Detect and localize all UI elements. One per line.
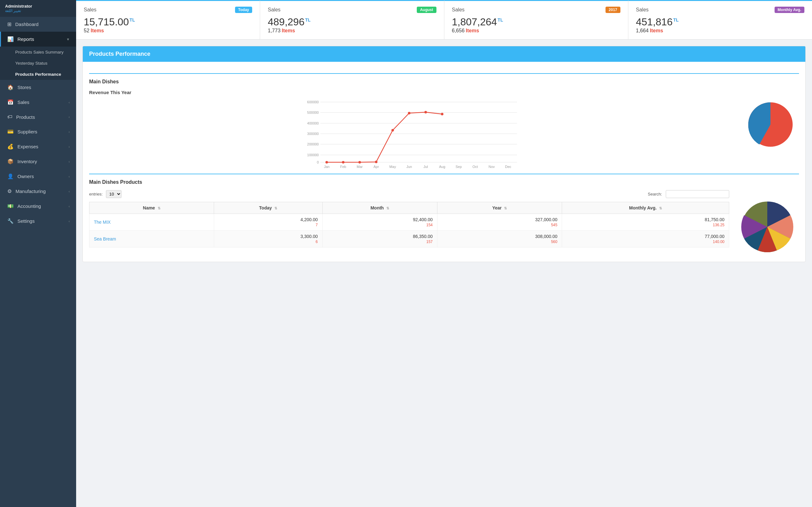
sidebar-item-sales[interactable]: 📅 Sales ‹ (0, 95, 76, 110)
sidebar-item-products-performance[interactable]: Products Performance (0, 69, 76, 80)
today-badge: Today (235, 7, 252, 13)
lang-switch[interactable]: تغيير اللغة (5, 9, 71, 13)
table-controls: entries: 10 25 50 Search: (89, 190, 729, 198)
sidebar-item-dashboard[interactable]: ⊞ Dashboard (0, 17, 76, 32)
svg-point-26 (325, 161, 328, 164)
currency-label: TL (130, 17, 135, 22)
sidebar-item-settings[interactable]: 🔧 Settings ‹ (0, 214, 76, 228)
sales-amount-monthly: 451,816TL (636, 16, 804, 28)
sort-icon[interactable]: ⇅ (504, 206, 507, 210)
sidebar-item-suppliers[interactable]: 💳 Suppliers ‹ (0, 124, 76, 139)
chart-row: Revenue This Year 600000 (89, 90, 799, 169)
settings-icon: 🔧 (7, 218, 14, 224)
sidebar-item-products[interactable]: 🏷 Products ‹ (0, 110, 76, 124)
svg-text:200000: 200000 (307, 142, 319, 146)
product-name-sea-bream[interactable]: Sea Bream (90, 231, 214, 247)
expenses-icon: 💰 (7, 144, 14, 150)
year-value: 327,000.00 545 (438, 214, 562, 231)
pie-chart-1-wrap (742, 90, 799, 150)
currency-label: TL (305, 17, 310, 22)
col-name: Name ⇅ (90, 202, 214, 214)
currency-label: TL (673, 17, 678, 22)
sort-icon[interactable]: ⇅ (158, 206, 160, 210)
inventory-icon: 📦 (7, 158, 14, 164)
svg-text:500000: 500000 (307, 111, 319, 114)
sidebar-item-inventory[interactable]: 📦 Inventory ‹ (0, 154, 76, 169)
sidebar-item-accounting[interactable]: 💵 Accounting ‹ (0, 199, 76, 214)
svg-point-31 (408, 112, 410, 114)
svg-text:Jun: Jun (406, 165, 412, 169)
monthly-avg-value: 81,750.00 136.25 (562, 214, 729, 231)
sales-card-today: Sales Today 15,715.00TL 52Items (76, 0, 260, 39)
sidebar-item-label: Sales (17, 100, 30, 105)
search-label: Search: (648, 192, 662, 196)
chevron-icon: ‹ (68, 189, 70, 193)
sidebar-item-label: Stores (17, 84, 31, 90)
sales-card-title: Sales (636, 7, 649, 13)
sidebar-item-stores[interactable]: 🏠 Stores (0, 80, 76, 95)
col-year: Year ⇅ (438, 202, 562, 214)
table-row: Sea Bream 3,300.00 6 86,350.00 157 (90, 231, 729, 247)
sort-icon[interactable]: ⇅ (274, 206, 277, 210)
sales-card-title: Sales (452, 7, 465, 13)
line-chart-svg: 600000 500000 400000 300000 200000 10000… (89, 99, 735, 169)
chevron-icon: ‹ (68, 175, 70, 178)
performance-title: Products Performance (89, 51, 150, 57)
chevron-icon: ‹ (68, 145, 70, 149)
sidebar-item-yesterday-status[interactable]: Yesterday Status (0, 58, 76, 69)
svg-text:Jul: Jul (423, 165, 428, 169)
line-chart-wrap: 600000 500000 400000 300000 200000 10000… (89, 99, 735, 169)
table-row: The MIX 4,200.00 7 92,400.00 154 (90, 214, 729, 231)
svg-text:0: 0 (317, 160, 319, 164)
sales-card-title: Sales (268, 7, 281, 13)
section-divider-2 (89, 174, 799, 174)
svg-point-33 (441, 113, 444, 115)
product-name-the-mix[interactable]: The MIX (90, 214, 214, 231)
svg-point-28 (358, 161, 361, 164)
reports-icon: 📊 (7, 36, 14, 42)
sales-items-monthly: 1,664Items (636, 28, 804, 34)
pie-chart-2-svg (739, 199, 796, 256)
sidebar-item-label: Owners (17, 174, 34, 179)
chevron-icon: ‹ (68, 160, 70, 164)
sales-amount-august: 489,296TL (268, 16, 436, 28)
table-header-row: Name ⇅ Today ⇅ Month ⇅ (90, 202, 729, 214)
chevron-icon: ‹ (68, 205, 70, 208)
chart-title: Revenue This Year (89, 90, 735, 95)
monthly-avg-value: 77,000.00 140.00 (562, 231, 729, 247)
svg-text:300000: 300000 (307, 132, 319, 135)
chevron-down-icon: ▼ (66, 38, 70, 41)
sales-items-august: 1,773Items (268, 28, 436, 34)
svg-text:Jan: Jan (324, 165, 329, 169)
search-input[interactable] (666, 190, 729, 198)
entries-label: entries: (89, 192, 103, 196)
sort-icon[interactable]: ⇅ (659, 206, 662, 210)
sales-card-2017: Sales 2017 1,807,264TL 6,656Items (444, 0, 628, 39)
sidebar-item-expenses[interactable]: 💰 Expenses ‹ (0, 139, 76, 154)
svg-text:600000: 600000 (307, 100, 319, 104)
sales-amount-2017: 1,807,264TL (452, 16, 620, 28)
month-value: 86,350.00 157 (322, 231, 437, 247)
svg-text:100000: 100000 (307, 153, 319, 157)
chevron-icon: ‹ (68, 115, 70, 119)
sidebar-item-manufacturing[interactable]: ⚙ Manufacturing ‹ (0, 184, 76, 199)
svg-point-29 (375, 161, 377, 163)
performance-body: Main Dishes Revenue This Year (83, 62, 805, 262)
stores-icon: 🏠 (7, 84, 14, 90)
manufacturing-icon: ⚙ (7, 188, 12, 194)
sidebar: Administrator تغيير اللغة ⊞ Dashboard 📊 … (0, 0, 76, 507)
chevron-icon: ‹ (68, 130, 70, 134)
sort-icon[interactable]: ⇅ (386, 206, 389, 210)
main-dishes-title: Main Dishes (89, 79, 799, 84)
sidebar-item-label: Accounting (17, 204, 41, 209)
products-performance-header: Products Performance (83, 46, 805, 62)
sidebar-item-label: Suppliers (17, 129, 38, 134)
sidebar-item-reports[interactable]: 📊 Reports ▼ (0, 32, 76, 47)
sales-items-2017: 6,656Items (452, 28, 620, 34)
entries-select[interactable]: 10 25 50 (106, 190, 121, 198)
sidebar-item-owners[interactable]: 👤 Owners ‹ (0, 169, 76, 184)
sidebar-header: Administrator تغيير اللغة (0, 0, 76, 17)
currency-label: TL (498, 17, 503, 22)
svg-text:Dec: Dec (505, 165, 511, 169)
sidebar-item-products-sales-summary[interactable]: Products Sales Summary (0, 47, 76, 58)
